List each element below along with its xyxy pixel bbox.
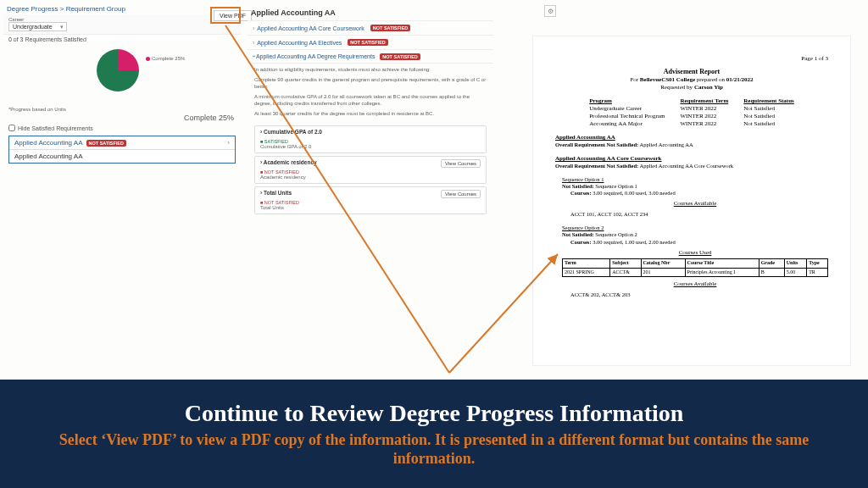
status-badge: NOT SATISFIED — [370, 25, 410, 31]
report-section: Applied Accounting AA Core Coursework Ov… — [555, 155, 828, 169]
program-summary: ProgramUndergraduate CareerProfessional … — [555, 97, 828, 127]
pie-legend: Complete 25% — [146, 56, 185, 61]
accordion-row[interactable]: › Applied Accounting AA Core Coursework … — [248, 21, 493, 36]
career-select[interactable]: Undergraduate ▾ — [8, 22, 67, 31]
report-section: Sequence Option 1 Not Satisfied: Sequenc… — [562, 176, 828, 218]
courses-used-table: TermSubjectCatalog NbrCourse TitleGradeU… — [562, 258, 828, 277]
view-courses-button[interactable]: View Courses — [441, 159, 481, 168]
report-subtitle: For BellevueCS01 College prepared on 01/… — [555, 76, 828, 84]
report-subtitle: Requested by Carson Yip — [555, 84, 828, 92]
career-row: Career Undergraduate ▾ — [3, 14, 241, 35]
accordion-row[interactable]: › Applied Accounting AA Electives NOT SA… — [248, 36, 493, 50]
breadcrumb: Degree Progress > Requirement Group — [3, 3, 241, 14]
accordion-body: In addition to eligibility requirements,… — [248, 64, 493, 123]
requirement-card: › Total Units View Courses ■ NOT SATISFI… — [254, 186, 487, 214]
requirement-card: › Cumulative GPA of 2.0 ■ SATISFIEDCumul… — [254, 125, 487, 153]
settings-button[interactable]: ⚙ — [544, 5, 556, 17]
chevron-down-icon: › — [251, 55, 257, 57]
legend-swatch-icon — [146, 57, 150, 61]
tutorial-canvas: Degree Progress > Requirement Group Care… — [0, 0, 868, 380]
report-title: Advisement Report — [555, 68, 828, 76]
report-section: Applied Accounting AA Overall Requiremen… — [555, 134, 828, 148]
card-header[interactable]: › Cumulative GPA of 2.0 — [255, 126, 486, 137]
pie-chart-icon — [97, 49, 139, 92]
gear-icon: ⚙ — [548, 8, 554, 15]
footer-subheading: Select ‘View PDF’ to view a PDF copy of … — [34, 430, 834, 469]
requirements-summary: 0 of 3 Requirements Satisfied — [3, 35, 241, 44]
table-row: 2021 SPRINGACCT&201Principles Accounting… — [563, 268, 828, 277]
chevron-right-icon: › — [260, 190, 262, 196]
degree-progress-panel: Degree Progress > Requirement Group Care… — [3, 3, 241, 165]
complete-percent: Complete 25% — [3, 114, 241, 122]
requirement-card: › Academic residency View Courses ■ NOT … — [254, 156, 487, 184]
chevron-right-icon: › — [253, 40, 254, 46]
chevron-right-icon: › — [260, 129, 262, 135]
chevron-right-icon: › — [253, 25, 254, 31]
hide-satisfied-toggle[interactable]: Hide Satisfied Requirements — [3, 122, 241, 134]
hide-satisfied-checkbox[interactable] — [8, 125, 15, 131]
card-header[interactable]: › Total Units View Courses — [255, 187, 486, 198]
status-badge: NOT SATISFIED — [380, 53, 420, 60]
page-indicator: Page 1 of 3 — [555, 55, 828, 63]
report-section: Sequence Option 2 Not Satisfied: Sequenc… — [562, 225, 828, 298]
chevron-right-icon: › — [260, 159, 262, 165]
status-badge: NOT SATISFIED — [348, 39, 387, 46]
pdf-preview: Page 1 of 3 Advisement Report For Bellev… — [532, 36, 851, 366]
instruction-footer: Continue to Review Degree Progress Infor… — [0, 380, 868, 488]
view-pdf-button[interactable]: View PDF — [214, 10, 252, 21]
status-badge: NOT SATISFIED — [86, 140, 126, 147]
breadcrumb-current: Requirement Group — [66, 5, 125, 13]
page-title: Applied Accounting AA — [248, 3, 493, 21]
requirement-group-list: Applied Accounting AANOT SATISFIED › App… — [8, 136, 236, 164]
list-item[interactable]: Applied Accounting AANOT SATISFIED › — [9, 136, 235, 150]
progress-pie-chart: Complete 25% — [3, 44, 241, 105]
progress-footnote: *Progress based on Units — [3, 105, 241, 114]
footer-heading: Continue to Review Degree Progress Infor… — [185, 400, 684, 427]
list-item[interactable]: Applied Accounting AA — [9, 150, 235, 163]
view-courses-button[interactable]: View Courses — [441, 190, 481, 198]
card-header[interactable]: › Academic residency View Courses — [255, 157, 486, 168]
accordion-row-open[interactable]: › Applied Accounting AA Degree Requireme… — [248, 50, 493, 64]
chevron-right-icon: › — [227, 139, 230, 147]
chevron-down-icon: ▾ — [60, 24, 64, 30]
requirement-detail-panel: Applied Accounting AA › Applied Accounti… — [248, 3, 493, 217]
breadcrumb-root[interactable]: Degree Progress — [7, 5, 58, 13]
